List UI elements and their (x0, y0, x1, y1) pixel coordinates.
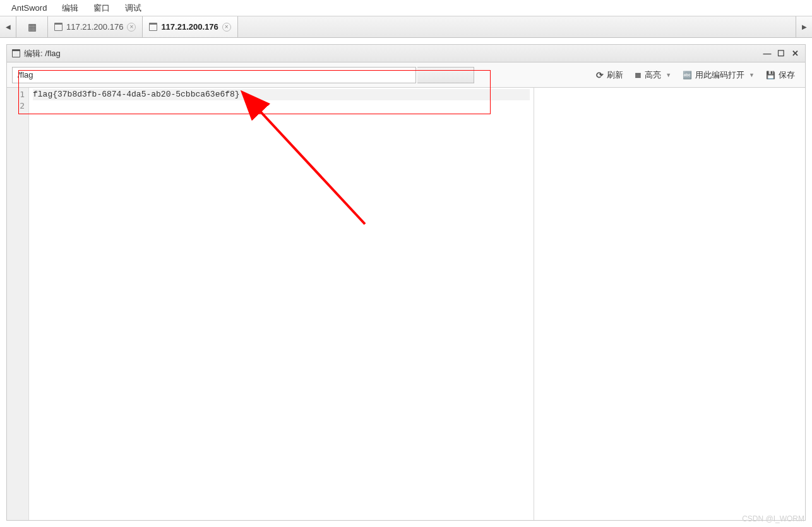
tab-label: 117.21.200.176 (66, 22, 123, 32)
line-number: 1 (7, 89, 25, 100)
menu-edit[interactable]: 编辑 (56, 1, 85, 16)
tab-scroll-right[interactable]: ▶ (796, 16, 812, 37)
menu-app-name[interactable]: AntSword (5, 1, 53, 15)
close-icon[interactable]: × (222, 23, 231, 32)
refresh-icon (596, 70, 604, 80)
save-icon (766, 70, 775, 80)
editor-body: 1 2 flag{37b8d3fb-6874-4da5-ab20-5cbbca6… (7, 88, 805, 520)
menu-window[interactable]: 窗口 (87, 1, 116, 16)
highlight-button[interactable]: 高亮 ▼ (630, 67, 676, 83)
save-button[interactable]: 保存 (761, 67, 800, 83)
chevron-down-icon: ▼ (666, 72, 671, 78)
minimize-button[interactable]: — (762, 49, 772, 59)
line-number: 2 (7, 100, 25, 112)
tab-0[interactable]: 117.21.200.176 × (48, 16, 143, 37)
tab-bar: ◀ ▦ 117.21.200.176 × 117.21.200.176 × ▶ (0, 16, 812, 38)
highlight-icon (635, 70, 642, 80)
editor-main: 1 2 flag{37b8d3fb-6874-4da5-ab20-5cbbca6… (7, 88, 534, 520)
panel-title: 编辑: /flag (24, 48, 61, 59)
close-button[interactable]: ✕ (790, 49, 800, 59)
editor-toolbar: 刷新 高亮 ▼ 用此编码打开 ▼ 保存 (7, 62, 805, 88)
path-go-button[interactable] (417, 67, 474, 83)
side-panel (534, 88, 805, 520)
line-number-gutter: 1 2 (7, 88, 29, 520)
code-editor[interactable]: flag{37b8d3fb-6874-4da5-ab20-5cbbca63e6f… (29, 88, 534, 520)
encoding-icon (683, 70, 692, 80)
editor-panel: 编辑: /flag — ☐ ✕ 刷新 高亮 ▼ 用此编码打开 ▼ 保存 (6, 44, 806, 521)
tab-1[interactable]: 117.21.200.176 × (143, 16, 237, 37)
grid-icon: ▦ (28, 21, 37, 33)
close-icon[interactable]: × (127, 23, 136, 32)
folder-icon (149, 23, 157, 31)
tab-label: 117.21.200.176 (161, 22, 218, 32)
menubar: AntSword 编辑 窗口 调试 (0, 0, 812, 16)
refresh-button[interactable]: 刷新 (591, 67, 628, 83)
folder-icon (54, 23, 63, 31)
encoding-button[interactable]: 用此编码打开 ▼ (678, 67, 760, 83)
panel-header: 编辑: /flag — ☐ ✕ (7, 45, 805, 62)
file-icon (12, 49, 20, 57)
path-input[interactable] (12, 67, 416, 83)
watermark: CSDN @I_WORM (742, 514, 804, 523)
chevron-down-icon: ▼ (749, 72, 755, 78)
tab-home[interactable]: ▦ (16, 16, 48, 37)
menu-debug[interactable]: 调试 (119, 1, 148, 16)
maximize-button[interactable]: ☐ (776, 49, 786, 59)
tab-scroll-left[interactable]: ◀ (0, 16, 16, 37)
code-line: flag{37b8d3fb-6874-4da5-ab20-5cbbca63e6f… (33, 89, 530, 100)
